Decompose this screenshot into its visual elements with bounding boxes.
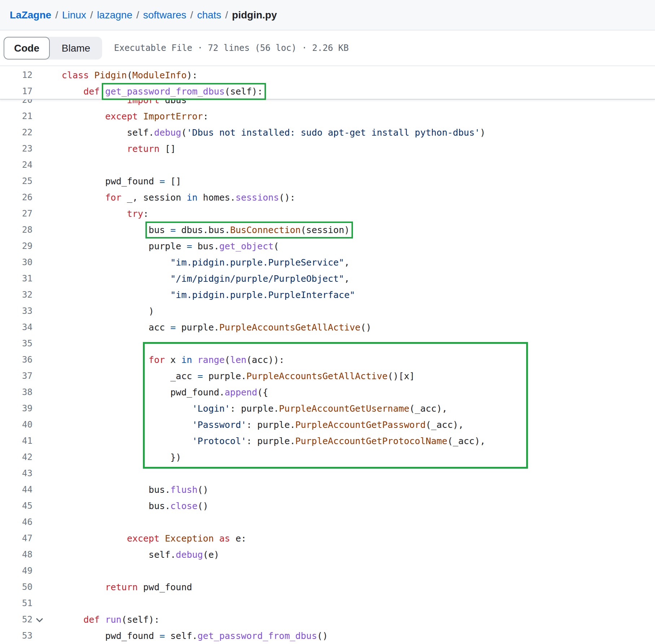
code-token: PurpleAccountGetPassword [295, 420, 425, 430]
breadcrumb: LaZagne /Linux/lazagne/softwares/chats/p… [10, 9, 277, 21]
code-line: 40 'Password': purple.PurpleAccountGetPa… [0, 417, 655, 433]
line-number[interactable]: 37 [0, 368, 32, 384]
code-token: ( [225, 355, 230, 365]
line-number[interactable]: 35 [0, 336, 32, 352]
code-text: "im.pidgin.purple.PurpleInterface" [62, 287, 355, 303]
code-token: = [160, 176, 165, 187]
line-number[interactable]: 43 [0, 465, 32, 482]
breadcrumb-link[interactable]: Linux [62, 9, 86, 21]
code-line: 39 'Login': purple.PurpleAccountGetUsern… [0, 400, 655, 417]
collapse-chevron-icon[interactable] [35, 615, 44, 625]
code-token: bus [149, 225, 170, 235]
line-number[interactable]: 24 [0, 157, 32, 173]
code-token: for [149, 355, 165, 365]
code-token [192, 355, 197, 365]
breadcrumb-separator: / [132, 9, 143, 21]
code-token: class [62, 70, 89, 80]
code-text: for x in range(len(acc)): [62, 352, 284, 368]
code-token: get_object [219, 241, 274, 251]
line-number[interactable]: 48 [0, 547, 32, 563]
code-token: () [197, 485, 208, 495]
breadcrumb-repo-link[interactable]: LaZagne [10, 9, 51, 21]
code-token: BusConnection [230, 225, 301, 235]
code-token: PurpleAccountGetProtocolName [295, 436, 447, 446]
code-token: 'Protocol' [192, 436, 246, 446]
code-blame-switcher: Code Blame [4, 37, 102, 60]
line-number[interactable]: 45 [0, 498, 32, 514]
code-text: def get_password_from_dbus(self): [62, 83, 263, 100]
code-token: , [344, 257, 350, 268]
breadcrumb-link[interactable]: softwares [143, 9, 187, 21]
line-number[interactable]: 28 [0, 222, 32, 238]
code-token: PurpleAccountGetUsername [279, 403, 409, 414]
code-token: get_password_from_dbus [197, 631, 317, 641]
line-number[interactable]: 52 [0, 612, 32, 628]
code-token: () [317, 631, 328, 641]
line-number[interactable]: 41 [0, 433, 32, 449]
code-viewer: 20 import dbus21 except ImportError:22 s… [0, 66, 655, 643]
code-line: 52 def run(self): [0, 612, 655, 628]
code-text: 'Login': purple.PurpleAccountGetUsername… [62, 400, 447, 417]
code-token: : purple. [230, 403, 279, 414]
code-line: 32 "im.pidgin.purple.PurpleInterface" [0, 287, 655, 303]
line-number[interactable]: 44 [0, 482, 32, 498]
line-number[interactable]: 31 [0, 271, 32, 287]
line-number[interactable]: 27 [0, 206, 32, 222]
line-number[interactable]: 53 [0, 628, 32, 643]
code-text: bus.flush() [62, 482, 208, 498]
annotation-box-inline: get_password_from_dbus(self): [105, 86, 263, 97]
line-number[interactable]: 49 [0, 563, 32, 579]
code-token: pwd_found. [170, 387, 225, 398]
code-line: 30 "im.pidgin.purple.PurpleService", [0, 254, 655, 271]
breadcrumb-link[interactable]: lazagne [97, 9, 132, 21]
code-text: except Exception as e: [62, 530, 246, 547]
line-number[interactable]: 46 [0, 514, 32, 530]
line-number[interactable]: 34 [0, 319, 32, 336]
line-number[interactable]: 47 [0, 530, 32, 547]
line-number[interactable]: 36 [0, 352, 32, 368]
line-number[interactable]: 30 [0, 254, 32, 271]
line-number[interactable]: 39 [0, 400, 32, 417]
code-text: ) [62, 303, 154, 319]
code-line: 21 except ImportError: [0, 108, 655, 124]
code-token [160, 533, 165, 544]
code-lines-container: 20 import dbus21 except ImportError:22 s… [0, 66, 655, 643]
line-number[interactable]: 33 [0, 303, 32, 319]
code-token: (_acc), [447, 436, 485, 446]
code-token: bus. [149, 485, 170, 495]
code-line: 46 [0, 514, 655, 530]
code-text: try: [62, 206, 149, 222]
line-number[interactable]: 21 [0, 108, 32, 124]
line-number[interactable]: 22 [0, 124, 32, 141]
breadcrumb-separator: / [86, 9, 97, 21]
code-token: purple. [176, 322, 219, 333]
code-line: 36 for x in range(len(acc)): [0, 352, 655, 368]
code-token: : purple. [246, 420, 295, 430]
line-number[interactable]: 42 [0, 449, 32, 465]
code-token: as [219, 533, 230, 544]
code-line: 25 pwd_found = [] [0, 173, 655, 189]
code-token: try [127, 209, 143, 219]
line-number[interactable]: 12 [0, 67, 32, 83]
line-number[interactable]: 38 [0, 384, 32, 400]
code-token: acc [149, 322, 170, 333]
line-number[interactable]: 26 [0, 189, 32, 206]
line-number[interactable]: 17 [0, 83, 32, 100]
line-number[interactable]: 50 [0, 579, 32, 595]
code-token: ( [127, 70, 132, 80]
code-text: }) [62, 449, 181, 465]
tab-blame[interactable]: Blame [50, 37, 102, 60]
line-number[interactable]: 23 [0, 141, 32, 157]
breadcrumb-link[interactable]: chats [197, 9, 221, 21]
line-number[interactable]: 25 [0, 173, 32, 189]
code-token: , [344, 273, 350, 284]
line-number[interactable]: 40 [0, 417, 32, 433]
code-token: () [361, 322, 371, 333]
line-number[interactable]: 51 [0, 595, 32, 612]
code-line: 48 self.debug(e) [0, 547, 655, 563]
tab-code[interactable]: Code [4, 37, 50, 60]
code-token: append [225, 387, 257, 398]
code-line: 37 _acc = purple.PurpleAccountsGetAllAct… [0, 368, 655, 384]
line-number[interactable]: 29 [0, 238, 32, 254]
line-number[interactable]: 32 [0, 287, 32, 303]
